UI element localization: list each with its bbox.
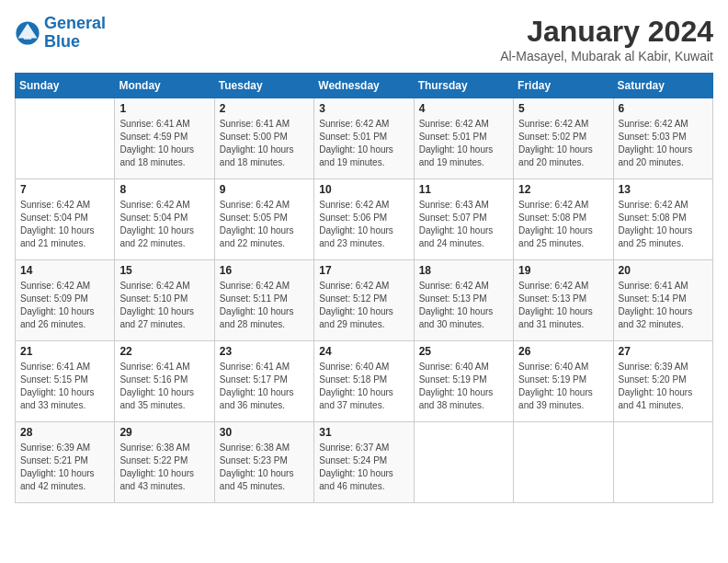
day-info: Sunrise: 6:42 AMSunset: 5:04 PMDaylight:… [119, 199, 209, 250]
day-number: 13 [619, 183, 708, 196]
day-number: 6 [619, 102, 708, 115]
day-number: 4 [419, 102, 508, 115]
calendar-cell: 23Sunrise: 6:41 AMSunset: 5:17 PMDayligh… [214, 341, 313, 422]
weekday-header-tuesday: Tuesday [214, 74, 313, 98]
calendar-cell: 19Sunrise: 6:42 AMSunset: 5:13 PMDayligh… [514, 260, 613, 341]
day-info: Sunrise: 6:42 AMSunset: 5:13 PMDaylight:… [518, 280, 608, 331]
calendar-cell [414, 422, 513, 503]
day-number: 14 [20, 264, 109, 277]
calendar-cell: 7Sunrise: 6:42 AMSunset: 5:04 PMDaylight… [16, 179, 115, 260]
day-info: Sunrise: 6:42 AMSunset: 5:08 PMDaylight:… [518, 199, 608, 250]
day-number: 31 [319, 426, 408, 439]
day-info: Sunrise: 6:42 AMSunset: 5:01 PMDaylight:… [319, 118, 408, 169]
day-info: Sunrise: 6:40 AMSunset: 5:19 PMDaylight:… [518, 361, 608, 412]
calendar-cell: 9Sunrise: 6:42 AMSunset: 5:05 PMDaylight… [214, 179, 313, 260]
weekday-header-wednesday: Wednesday [314, 74, 414, 98]
day-number: 19 [518, 264, 608, 277]
calendar-cell: 3Sunrise: 6:42 AMSunset: 5:01 PMDaylight… [314, 98, 414, 179]
weekday-header-thursday: Thursday [414, 74, 513, 98]
calendar-week-5: 28Sunrise: 6:39 AMSunset: 5:21 PMDayligh… [16, 422, 713, 503]
day-info: Sunrise: 6:42 AMSunset: 5:12 PMDaylight:… [319, 280, 408, 331]
calendar-cell: 15Sunrise: 6:42 AMSunset: 5:10 PMDayligh… [115, 260, 214, 341]
calendar-cell: 22Sunrise: 6:41 AMSunset: 5:16 PMDayligh… [115, 341, 214, 422]
calendar-table: SundayMondayTuesdayWednesdayThursdayFrid… [15, 73, 713, 503]
day-info: Sunrise: 6:43 AMSunset: 5:07 PMDaylight:… [419, 199, 508, 250]
day-info: Sunrise: 6:42 AMSunset: 5:10 PMDaylight:… [119, 280, 209, 331]
day-number: 27 [619, 345, 708, 358]
day-number: 28 [20, 426, 109, 439]
day-info: Sunrise: 6:42 AMSunset: 5:11 PMDaylight:… [220, 280, 309, 331]
day-number: 21 [20, 345, 109, 358]
logo-line2: Blue [44, 32, 80, 51]
calendar-cell: 14Sunrise: 6:42 AMSunset: 5:09 PMDayligh… [16, 260, 115, 341]
day-info: Sunrise: 6:39 AMSunset: 5:21 PMDaylight:… [20, 442, 109, 493]
day-info: Sunrise: 6:41 AMSunset: 5:17 PMDaylight:… [220, 361, 309, 412]
day-info: Sunrise: 6:40 AMSunset: 5:18 PMDaylight:… [319, 361, 408, 412]
calendar-cell: 1Sunrise: 6:41 AMSunset: 4:59 PMDaylight… [115, 98, 214, 179]
calendar-cell: 16Sunrise: 6:42 AMSunset: 5:11 PMDayligh… [214, 260, 313, 341]
day-number: 2 [220, 102, 309, 115]
weekday-header-sunday: Sunday [16, 74, 115, 98]
calendar-cell: 10Sunrise: 6:42 AMSunset: 5:06 PMDayligh… [314, 179, 414, 260]
day-info: Sunrise: 6:42 AMSunset: 5:01 PMDaylight:… [419, 118, 508, 169]
logo: General Blue [15, 15, 106, 52]
calendar-cell [16, 98, 115, 179]
day-number: 18 [419, 264, 508, 277]
day-number: 16 [220, 264, 309, 277]
calendar-cell: 13Sunrise: 6:42 AMSunset: 5:08 PMDayligh… [613, 179, 712, 260]
logo-line1: General [44, 14, 106, 32]
calendar-cell: 5Sunrise: 6:42 AMSunset: 5:02 PMDaylight… [514, 98, 613, 179]
day-info: Sunrise: 6:42 AMSunset: 5:06 PMDaylight:… [319, 199, 408, 250]
calendar-cell [613, 422, 712, 503]
location-title: Al-Masayel, Mubarak al Kabir, Kuwait [500, 49, 713, 63]
day-info: Sunrise: 6:41 AMSunset: 5:14 PMDaylight:… [619, 280, 708, 331]
calendar-cell: 27Sunrise: 6:39 AMSunset: 5:20 PMDayligh… [613, 341, 712, 422]
calendar-week-2: 7Sunrise: 6:42 AMSunset: 5:04 PMDaylight… [16, 179, 713, 260]
day-number: 12 [518, 183, 608, 196]
calendar-cell: 2Sunrise: 6:41 AMSunset: 5:00 PMDaylight… [214, 98, 313, 179]
calendar-cell: 28Sunrise: 6:39 AMSunset: 5:21 PMDayligh… [16, 422, 115, 503]
weekday-header-saturday: Saturday [613, 74, 712, 98]
calendar-cell: 6Sunrise: 6:42 AMSunset: 5:03 PMDaylight… [613, 98, 712, 179]
calendar-cell: 21Sunrise: 6:41 AMSunset: 5:15 PMDayligh… [16, 341, 115, 422]
day-number: 9 [220, 183, 309, 196]
page-header: General Blue January 2024 Al-Masayel, Mu… [15, 15, 713, 63]
logo-icon [15, 20, 40, 46]
calendar-week-4: 21Sunrise: 6:41 AMSunset: 5:15 PMDayligh… [16, 341, 713, 422]
day-number: 1 [119, 102, 209, 115]
day-number: 7 [20, 183, 109, 196]
day-number: 15 [119, 264, 209, 277]
calendar-week-3: 14Sunrise: 6:42 AMSunset: 5:09 PMDayligh… [16, 260, 713, 341]
day-number: 17 [319, 264, 408, 277]
day-info: Sunrise: 6:42 AMSunset: 5:05 PMDaylight:… [220, 199, 309, 250]
day-number: 20 [619, 264, 708, 277]
day-number: 8 [119, 183, 209, 196]
day-info: Sunrise: 6:38 AMSunset: 5:23 PMDaylight:… [220, 442, 309, 493]
svg-rect-2 [24, 37, 31, 40]
day-info: Sunrise: 6:42 AMSunset: 5:02 PMDaylight:… [518, 118, 608, 169]
calendar-cell: 20Sunrise: 6:41 AMSunset: 5:14 PMDayligh… [613, 260, 712, 341]
day-info: Sunrise: 6:41 AMSunset: 5:15 PMDaylight:… [20, 361, 109, 412]
calendar-cell: 17Sunrise: 6:42 AMSunset: 5:12 PMDayligh… [314, 260, 414, 341]
day-info: Sunrise: 6:42 AMSunset: 5:04 PMDaylight:… [20, 199, 109, 250]
calendar-cell: 26Sunrise: 6:40 AMSunset: 5:19 PMDayligh… [514, 341, 613, 422]
weekday-header-row: SundayMondayTuesdayWednesdayThursdayFrid… [16, 74, 713, 98]
calendar-cell: 29Sunrise: 6:38 AMSunset: 5:22 PMDayligh… [115, 422, 214, 503]
weekday-header-monday: Monday [115, 74, 214, 98]
calendar-cell: 12Sunrise: 6:42 AMSunset: 5:08 PMDayligh… [514, 179, 613, 260]
title-block: January 2024 Al-Masayel, Mubarak al Kabi… [500, 15, 713, 63]
day-info: Sunrise: 6:42 AMSunset: 5:03 PMDaylight:… [619, 118, 708, 169]
calendar-cell: 30Sunrise: 6:38 AMSunset: 5:23 PMDayligh… [214, 422, 313, 503]
weekday-header-friday: Friday [514, 74, 613, 98]
day-number: 3 [319, 102, 408, 115]
day-number: 5 [518, 102, 608, 115]
calendar-cell: 4Sunrise: 6:42 AMSunset: 5:01 PMDaylight… [414, 98, 513, 179]
day-info: Sunrise: 6:41 AMSunset: 4:59 PMDaylight:… [119, 118, 209, 169]
day-number: 24 [319, 345, 408, 358]
day-number: 11 [419, 183, 508, 196]
day-number: 30 [220, 426, 309, 439]
calendar-cell: 31Sunrise: 6:37 AMSunset: 5:24 PMDayligh… [314, 422, 414, 503]
logo-text: General Blue [44, 15, 106, 52]
day-info: Sunrise: 6:39 AMSunset: 5:20 PMDaylight:… [619, 361, 708, 412]
day-number: 26 [518, 345, 608, 358]
